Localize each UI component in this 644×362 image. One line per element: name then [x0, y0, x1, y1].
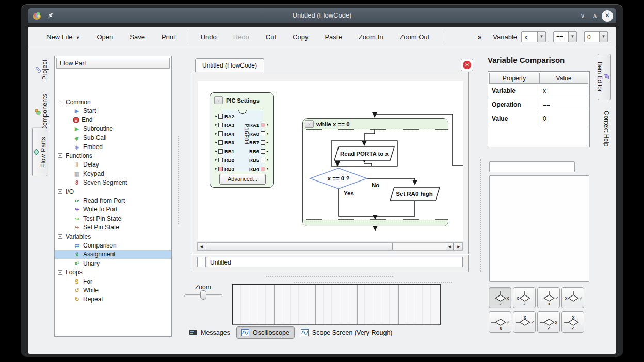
tab-flow-parts[interactable]: Flow Parts — [32, 128, 47, 176]
pin-rb3[interactable]: ►RB3 — [215, 166, 235, 172]
scrollbar-thumb[interactable] — [206, 243, 393, 250]
flowchart-canvas[interactable]: ∨ PIC Settings P16F84 ►RA2►RA3►RA4►RB0►R… — [198, 81, 463, 241]
bottom-tab-scope-screen-very-rough[interactable]: Scope Screen (Very Rough) — [296, 327, 397, 338]
macro-name-field[interactable]: Untitled — [207, 257, 463, 267]
pin-checkbox[interactable] — [261, 149, 265, 154]
toolbar-button-new-file[interactable]: New File▼ — [38, 30, 89, 43]
tree-item-end[interactable]: End — [55, 116, 171, 124]
chevron-down-icon[interactable]: ▼ — [537, 32, 545, 42]
pin-checkbox[interactable] — [218, 149, 223, 154]
table-cell[interactable]: x — [539, 84, 589, 97]
pin-checkbox[interactable] — [218, 158, 223, 162]
collapse-button[interactable]: ∨ — [305, 120, 314, 128]
pin-rb1[interactable]: ►RB1 — [215, 148, 235, 154]
table-header-value[interactable]: Value — [539, 73, 588, 84]
tree-collapse-icon[interactable]: − — [58, 234, 62, 239]
tree-item-common[interactable]: −Common — [55, 97, 171, 106]
tree-item-keypad[interactable]: Keypad — [55, 169, 171, 178]
tree-item-comparison[interactable]: Comparison — [55, 241, 171, 250]
tab-context-help[interactable]: Context Help — [599, 108, 610, 150]
tree-item-subroutine[interactable]: Subroutine — [55, 124, 171, 133]
pin-checkbox[interactable] — [218, 131, 223, 136]
search-input[interactable] — [489, 161, 575, 172]
tree-item-set-pin-state[interactable]: Set Pin State — [55, 223, 171, 232]
tree-item-repeat[interactable]: Repeat — [55, 295, 171, 304]
toolbar-overflow-chevron-icon[interactable]: » — [478, 33, 481, 41]
pin-checkbox[interactable] — [261, 123, 265, 127]
macro-tab-button[interactable] — [197, 257, 206, 267]
tree-collapse-icon[interactable]: − — [58, 100, 62, 104]
splitter-handle[interactable] — [178, 136, 179, 224]
decision-layout-top-x-left-check-bottom[interactable]: x✓ — [513, 287, 536, 308]
chevron-down-icon[interactable]: ▼ — [568, 32, 576, 42]
operator-select[interactable]: == ▼ — [553, 31, 577, 42]
pin-ra0[interactable]: RA0◄ — [248, 130, 269, 137]
pin-rb4[interactable]: RB4◄ — [248, 166, 269, 172]
advanced-button[interactable]: Advanced... — [219, 174, 266, 185]
splitter-handle[interactable] — [480, 159, 481, 272]
toolbar-button-undo[interactable]: Undo — [192, 30, 225, 43]
tree-item-seven-segment[interactable]: Seven Segment — [55, 178, 171, 187]
tab-project[interactable]: Project — [34, 53, 49, 87]
toolbar-button-zoom-out[interactable]: Zoom Out — [391, 30, 438, 43]
decision-layout-top-x-left-check-right[interactable]: x✓ — [561, 287, 584, 308]
scroll-left-button[interactable]: ◀ — [198, 243, 205, 250]
toolbar-button-print[interactable]: Print — [153, 30, 184, 43]
tree-item-sub-call[interactable]: Sub Call — [55, 134, 171, 142]
pin-rb0[interactable]: ►RB0 — [215, 139, 235, 145]
pin-checkbox[interactable] — [218, 167, 223, 171]
tree-collapse-icon[interactable]: − — [58, 270, 62, 275]
scroll-left-button[interactable]: ◀ — [446, 243, 454, 250]
tree-item-variables[interactable]: −Variables — [55, 232, 171, 241]
decision-layout-left-x-right-check-bottom[interactable]: x✓ — [537, 311, 560, 333]
pin-rb2[interactable]: ►RB2 — [215, 157, 235, 163]
decision-layout-top-x-right-check-bottom[interactable]: x✓ — [489, 287, 511, 308]
table-cell[interactable]: == — [539, 98, 589, 111]
toolbar-button-open[interactable]: Open — [89, 30, 122, 43]
toolbar-button-copy[interactable]: Copy — [284, 30, 316, 43]
pin-ra3[interactable]: ►RA3 — [215, 122, 235, 128]
pin-rb5[interactable]: RB5◄ — [248, 157, 269, 163]
toolbar-button-cut[interactable]: Cut — [257, 30, 284, 43]
pin-checkbox[interactable] — [261, 131, 265, 136]
pin-rb7[interactable]: RB7◄ — [248, 139, 269, 145]
pin-checkbox[interactable] — [218, 140, 223, 145]
pin-checkbox[interactable] — [261, 140, 265, 145]
pin-ra2[interactable]: ►RA2 — [215, 113, 235, 119]
collapse-button[interactable]: ∨ — [214, 96, 223, 104]
titlebar[interactable]: Untitled (FlowCode) ∨ ∧ ✕ — [28, 8, 616, 23]
document-close-button[interactable]: ✕ — [461, 59, 473, 71]
tree-collapse-icon[interactable]: − — [58, 189, 62, 194]
tree-item-i-o[interactable]: −I/O — [55, 187, 171, 196]
tree-item-loops[interactable]: −Loops — [55, 268, 171, 277]
tree-item-read-from-port[interactable]: Read from Port — [55, 196, 171, 205]
variable-select[interactable]: x ▼ — [521, 31, 546, 42]
tab-item-editor[interactable]: Item Editor — [598, 54, 611, 100]
pin-checkbox[interactable] — [218, 114, 223, 119]
pin-ra1[interactable]: RA1◄ — [248, 122, 269, 128]
tree-item-delay[interactable]: Delay — [55, 160, 171, 169]
decision-layout-left-x-top-check-right[interactable]: x✓ — [513, 311, 536, 333]
minimize-button[interactable]: ∨ — [578, 12, 587, 20]
tree-item-unary[interactable]: Unary — [55, 259, 171, 268]
pin-rb6[interactable]: RB6◄ — [248, 148, 269, 154]
tree-item-assignment[interactable]: Assignment — [55, 250, 171, 259]
maximize-button[interactable]: ∧ — [590, 12, 600, 20]
items-listbox[interactable] — [489, 175, 589, 282]
table-header-property[interactable]: Property — [489, 73, 539, 84]
toolbar-button-save[interactable]: Save — [121, 30, 153, 43]
close-button[interactable]: ✕ — [602, 10, 613, 22]
toolbar-button-redo[interactable]: Redo — [225, 30, 257, 43]
zoom-slider-thumb[interactable] — [200, 290, 206, 300]
decision-layout-left-x-top-check-bottom[interactable]: x✓ — [561, 311, 584, 333]
toolbar-button-zoom-in[interactable]: Zoom In — [350, 30, 392, 43]
tree-item-start[interactable]: Start — [55, 106, 171, 115]
tree-item-while[interactable]: While — [55, 286, 171, 294]
pin-ra4[interactable]: ►RA4 — [215, 130, 235, 137]
horizontal-scrollbar[interactable]: ◀ ◀ ▶ — [197, 242, 463, 251]
decision-layout-left-x-bottom-check-right[interactable]: x✓ — [489, 311, 511, 333]
pin-checkbox[interactable] — [261, 158, 265, 162]
pin-checkbox[interactable] — [218, 123, 223, 127]
tree-item-embed[interactable]: Embed — [55, 142, 171, 151]
pin-checkbox[interactable] — [261, 167, 265, 171]
